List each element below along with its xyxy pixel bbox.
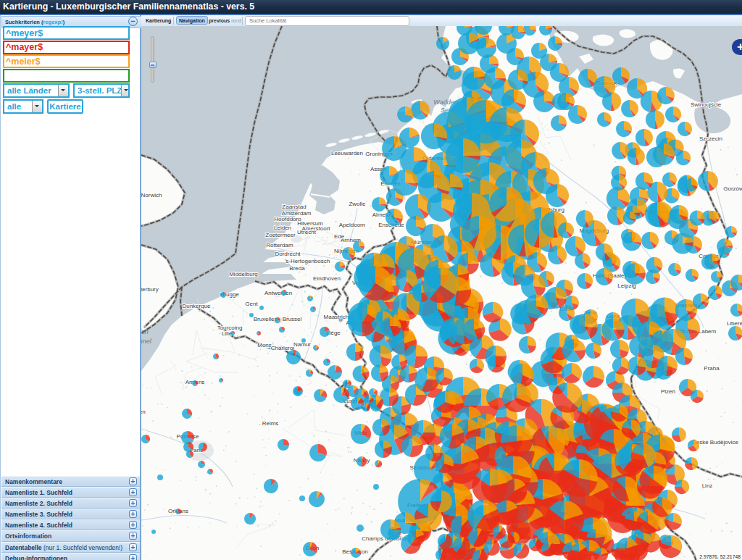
plz-select[interactable]: 3-stell. PLZ: [73, 83, 130, 98]
accordion-item-label: Namenkommentare: [5, 478, 62, 485]
accordion-item-label: Namenliste 3. Suchfeld: [5, 511, 72, 518]
city-label: Apeldoorn: [339, 222, 365, 228]
accordion-item[interactable]: Datentabelle (nur 1. Suchfeld verwenden!…: [1, 542, 140, 553]
search-field-2[interactable]: [3, 41, 130, 54]
dropdown-arrow-icon: [32, 101, 42, 112]
city-label: Canterbury: [141, 286, 159, 293]
map-svg: WaddenSeaEnglishChannelNorwichCanterbury…: [141, 26, 742, 560]
accordion-item-label: Namenliste 4. Suchfeld: [5, 522, 72, 529]
expand-icon[interactable]: +: [129, 554, 137, 560]
accordion-item-label: Ortsinformation: [5, 532, 51, 540]
search-field-4[interactable]: [3, 69, 130, 83]
accordion-item-label: Namenliste 1. Suchfeld: [5, 489, 72, 496]
city-label: Zwolle: [349, 201, 366, 207]
search-field-3[interactable]: [3, 54, 130, 68]
accordion-item[interactable]: Namenliste 1. Suchfeld+: [1, 487, 140, 498]
window-title: Kartierung - Luxemburgischer Familiennam…: [0, 0, 742, 14]
city-label: Reims: [262, 420, 279, 427]
city-label: Antwerpen: [264, 290, 292, 296]
map-toolbar: Kartierung Navigation previous next: [141, 15, 742, 26]
expand-icon[interactable]: +: [129, 499, 137, 507]
city-label: Linz: [702, 482, 713, 489]
app: Kartierung - Luxemburgischer Familiennam…: [0, 0, 742, 560]
city-label: Middelburg: [229, 271, 258, 277]
sea-label: English: [141, 328, 149, 335]
collapse-panel-button[interactable]: −: [128, 17, 138, 26]
city-label: 's-Hertogenbosch: [285, 258, 330, 264]
city-label: Leeuwarden: [331, 150, 363, 156]
accordion-item-label: Datentabelle: [5, 544, 42, 551]
alle-select-value: alle: [7, 101, 21, 112]
city-label: Dordrecht: [275, 251, 301, 257]
next-button[interactable]: next: [231, 17, 241, 25]
city-label: Zaanstad: [282, 204, 306, 210]
accordion-item[interactable]: Namenliste 2. Suchfeld+: [1, 498, 140, 509]
regexp-hint: regexp!: [43, 19, 63, 25]
city-label: Ede: [334, 233, 345, 240]
city-label: Utrecht: [297, 229, 317, 235]
search-panel-title: Suchkriterien: [5, 19, 40, 25]
city-label: Gent: [245, 301, 258, 307]
accordion-item[interactable]: Namenliste 4. Suchfeld+: [1, 519, 140, 530]
city-label: Rouen: [141, 409, 146, 415]
dropdown-arrow-icon: [121, 85, 128, 96]
accordion-item[interactable]: Namenkommentare+: [1, 476, 140, 487]
country-select[interactable]: alle Länder: [3, 83, 70, 98]
sea-label: Channel: [141, 338, 152, 345]
map-canvas[interactable]: WaddenSeaEnglishChannelNorwichCanterbury…: [141, 26, 742, 560]
alle-select[interactable]: alle: [3, 99, 43, 114]
city-label: Praha: [704, 365, 720, 372]
accordion: Namenkommentare+Namenliste 1. Suchfeld+N…: [1, 476, 140, 560]
kartiere-button[interactable]: Kartiere: [47, 99, 83, 114]
accordion-item-note: (nur 1. Suchfeld verwenden!): [42, 544, 123, 551]
city-label: Gorzów: [723, 185, 742, 192]
city-label: Liberec: [727, 320, 742, 327]
previous-button[interactable]: previous: [209, 17, 230, 25]
city-label: Mons: [257, 342, 272, 348]
zoom-slider[interactable]: [151, 36, 154, 83]
expand-icon[interactable]: +: [129, 488, 137, 496]
city-label: Szczecin: [699, 135, 722, 142]
toolbar-separator: [173, 17, 174, 25]
accordion-item-label: Debug-Informationen: [5, 555, 67, 560]
country-select-value: alle Länder: [7, 85, 51, 96]
sidebar: Suchkriterien (regexp!) − alle Länder 3-…: [0, 15, 141, 560]
city-label: Świnoujście: [691, 101, 722, 108]
city-label: Breda: [289, 265, 305, 272]
dropdown-arrow-icon: [58, 85, 68, 96]
expand-icon[interactable]: +: [129, 532, 137, 540]
city-label: Eindhoven: [313, 275, 341, 282]
search-field-1[interactable]: [3, 26, 130, 40]
accordion-item-label: Namenliste 2. Suchfeld: [5, 500, 72, 507]
accordion-item[interactable]: Ortsinformation+: [1, 530, 140, 541]
expand-icon[interactable]: +: [129, 521, 137, 529]
city-label: Rotterdam: [266, 242, 293, 248]
city-label: Norwich: [141, 192, 162, 198]
locality-search-input[interactable]: [245, 16, 409, 26]
city-label: Plzeň: [661, 388, 675, 395]
city-label: Dunkerque: [182, 303, 211, 309]
zoom-slider-handle[interactable]: [149, 62, 157, 68]
expand-icon[interactable]: +: [129, 510, 137, 518]
map-toolbar-title: Kartierung: [146, 17, 171, 25]
expand-icon[interactable]: +: [129, 477, 137, 485]
accordion-item[interactable]: Debug-Informationen+: [1, 553, 140, 560]
city-label: Zoetermeer: [265, 232, 296, 238]
accordion-item[interactable]: Namenliste 3. Suchfeld+: [1, 509, 140, 519]
toolbar-separator: [242, 17, 243, 25]
mouse-coordinates: 2.97876, 52.21748: [699, 554, 741, 559]
plz-select-value: 3-stell. PLZ: [78, 85, 122, 96]
expand-icon[interactable]: +: [129, 543, 137, 551]
navigation-button[interactable]: Navigation: [176, 16, 208, 25]
city-label: Leiden: [274, 225, 291, 231]
